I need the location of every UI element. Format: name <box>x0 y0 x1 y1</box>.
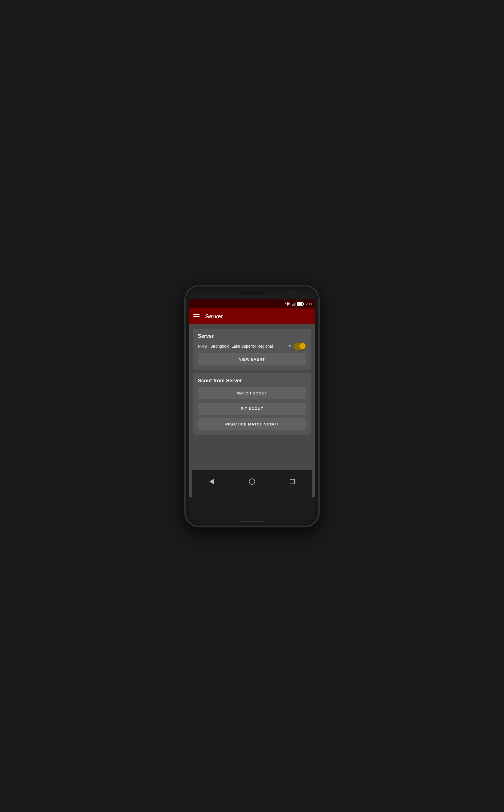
home-nav-button[interactable] <box>247 476 257 487</box>
hamburger-menu-button[interactable] <box>193 314 200 318</box>
phone-frame: 6:00 Server Server FIRST Stronghold, Lak… <box>184 285 320 527</box>
back-nav-button[interactable] <box>207 476 217 487</box>
recent-apps-nav-button[interactable] <box>287 476 297 487</box>
battery-fill <box>298 303 302 305</box>
svg-rect-0 <box>292 305 293 306</box>
practice-match-scout-button[interactable]: PRACTICE MATCH SCOUT <box>198 418 306 430</box>
toggle-thumb <box>299 343 306 349</box>
signal-icon <box>292 302 296 306</box>
pit-scout-button[interactable]: PIT SCOUT <box>198 403 306 415</box>
app-bar-title: Server <box>205 313 223 320</box>
phone-speaker <box>241 292 263 294</box>
hamburger-line-2 <box>193 316 200 317</box>
app-bar: Server <box>189 308 315 324</box>
server-event-row: FIRST Stronghold, Lake Superior Regional… <box>198 343 306 350</box>
volume-up-button[interactable] <box>319 343 320 351</box>
home-icon <box>249 478 255 485</box>
event-selector[interactable]: FIRST Stronghold, Lake Superior Regional… <box>198 344 291 349</box>
volume-down-button[interactable] <box>319 357 320 365</box>
match-scout-button[interactable]: MATCH SCOUT <box>198 387 306 399</box>
phone-screen: 6:00 Server Server FIRST Stronghold, Lak… <box>189 299 315 497</box>
dropdown-arrow-icon: ▼ <box>288 344 291 348</box>
view-event-button[interactable]: VIEW EVENT <box>198 353 306 365</box>
bottom-handle <box>241 521 263 522</box>
wifi-icon <box>285 302 290 306</box>
hamburger-line-1 <box>193 314 200 315</box>
server-toggle[interactable] <box>294 343 306 350</box>
server-card: Server FIRST Stronghold, Lake Superior R… <box>193 329 311 370</box>
status-icons: 6:00 <box>285 302 312 306</box>
battery-icon <box>297 302 303 306</box>
hamburger-line-3 <box>193 318 200 318</box>
svg-rect-3 <box>295 302 295 306</box>
back-icon <box>209 479 214 484</box>
status-time: 6:00 <box>305 302 312 306</box>
toggle-track <box>294 343 306 350</box>
bottom-nav <box>192 470 312 497</box>
scout-card-title: Scout from Server <box>198 378 306 384</box>
phone-camera <box>286 290 290 294</box>
server-card-title: Server <box>198 333 306 339</box>
scout-from-server-card: Scout from Server MATCH SCOUT PIT SCOUT … <box>193 373 311 435</box>
recent-apps-icon <box>290 479 295 484</box>
event-name: FIRST Stronghold, Lake Superior Regional <box>198 344 286 349</box>
status-bar: 6:00 <box>189 299 315 308</box>
svg-rect-2 <box>294 303 295 306</box>
svg-rect-1 <box>293 304 293 306</box>
